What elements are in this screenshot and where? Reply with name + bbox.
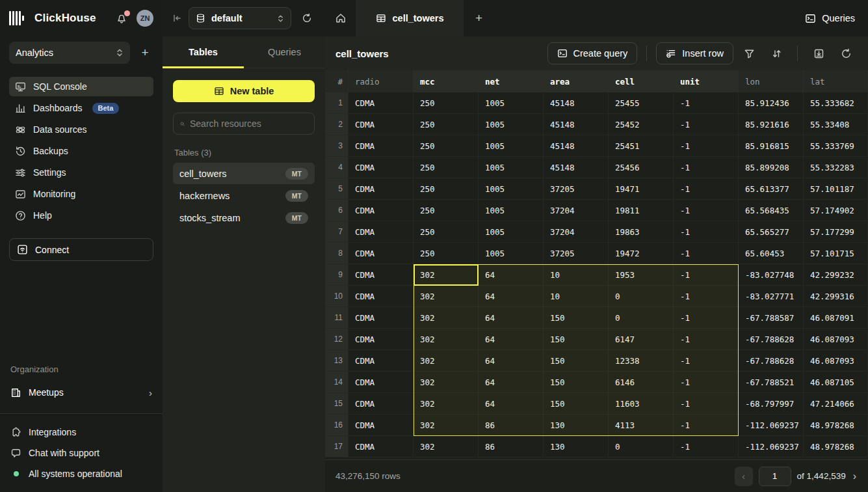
table-cell[interactable]: 85.921616 <box>739 114 804 135</box>
row-number[interactable]: 16 <box>325 415 349 435</box>
table-cell[interactable]: 55.332283 <box>804 157 868 178</box>
table-cell[interactable]: 1005 <box>479 243 544 264</box>
table-cell[interactable]: 302 <box>414 415 479 435</box>
table-cell[interactable]: 6147 <box>609 329 674 349</box>
refresh-tables-icon[interactable] <box>298 13 316 23</box>
table-cell[interactable]: 150 <box>544 372 609 392</box>
add-workspace-button[interactable]: + <box>137 44 153 61</box>
table-cell[interactable]: CDMA <box>349 329 414 349</box>
table-cell[interactable]: 55.333769 <box>804 135 868 156</box>
table-list-item[interactable]: cell_towersMT <box>173 163 315 184</box>
sidebar-item-help[interactable]: Help <box>9 206 153 225</box>
table-cell[interactable]: -1 <box>674 436 739 457</box>
table-cell[interactable]: 19863 <box>609 221 674 242</box>
table-cell[interactable]: 46.087091 <box>804 307 868 328</box>
table-cell[interactable]: -1 <box>674 221 739 242</box>
tab-cell-towers[interactable]: cell_towers <box>356 0 464 36</box>
new-table-button[interactable]: New table <box>173 80 315 102</box>
table-cell[interactable]: 46.087105 <box>804 372 868 392</box>
column-header[interactable]: radio <box>349 70 414 92</box>
table-cell[interactable]: 64 <box>479 372 544 392</box>
prev-page-button[interactable]: ‹ <box>735 467 753 486</box>
table-cell[interactable]: 11603 <box>609 393 674 414</box>
table-cell[interactable]: 130 <box>544 436 609 457</box>
table-cell[interactable]: 1005 <box>479 114 544 135</box>
table-cell[interactable]: 55.333682 <box>804 92 868 113</box>
table-cell[interactable]: CDMA <box>349 92 414 113</box>
row-number[interactable]: 1 <box>325 92 349 113</box>
tab-tables[interactable]: Tables <box>163 36 244 68</box>
table-cell[interactable]: 10 <box>544 264 609 285</box>
table-cell[interactable]: 302 <box>414 393 479 414</box>
row-number[interactable]: 10 <box>325 286 349 307</box>
row-number[interactable]: 6 <box>325 200 349 221</box>
table-cell[interactable]: 302 <box>414 372 479 392</box>
table-cell[interactable]: 37204 <box>544 221 609 242</box>
table-cell[interactable]: -83.027771 <box>739 286 804 307</box>
table-cell[interactable]: 48.978268 <box>804 436 868 457</box>
table-cell[interactable]: CDMA <box>349 135 414 156</box>
table-cell[interactable]: 42.299232 <box>804 264 868 285</box>
column-header[interactable]: lon <box>739 70 804 92</box>
table-cell[interactable]: -67.788628 <box>739 329 804 349</box>
row-number[interactable]: 2 <box>325 114 349 135</box>
notifications-bell-icon[interactable] <box>116 12 127 24</box>
table-cell[interactable]: 1005 <box>479 157 544 178</box>
table-cell[interactable]: 250 <box>414 221 479 242</box>
sidebar-item-backups[interactable]: Backups <box>9 141 153 161</box>
table-cell[interactable]: -1 <box>674 350 739 371</box>
connect-button[interactable]: Connect <box>9 238 153 261</box>
table-cell[interactable]: CDMA <box>349 114 414 135</box>
table-cell[interactable]: 302 <box>414 264 479 285</box>
table-cell[interactable]: -68.797997 <box>739 393 804 414</box>
table-cell[interactable]: CDMA <box>349 178 414 199</box>
table-cell[interactable]: 250 <box>414 114 479 135</box>
row-number[interactable]: 8 <box>325 243 349 264</box>
row-number[interactable]: 13 <box>325 350 349 371</box>
table-cell[interactable]: -1 <box>674 243 739 264</box>
column-header[interactable]: cell <box>609 70 674 92</box>
refresh-icon[interactable] <box>834 42 858 64</box>
table-cell[interactable]: 64 <box>479 329 544 349</box>
row-number[interactable]: 17 <box>325 436 349 457</box>
table-cell[interactable]: 150 <box>544 393 609 414</box>
table-cell[interactable]: 57.101187 <box>804 178 868 199</box>
table-cell[interactable]: 65.565277 <box>739 221 804 242</box>
table-cell[interactable]: -1 <box>674 286 739 307</box>
row-number[interactable]: 11 <box>325 307 349 328</box>
table-cell[interactable]: 85.912436 <box>739 92 804 113</box>
table-cell[interactable]: -1 <box>674 372 739 392</box>
table-cell[interactable]: 45148 <box>544 157 609 178</box>
table-cell[interactable]: 1953 <box>609 264 674 285</box>
table-cell[interactable]: -1 <box>674 393 739 414</box>
table-cell[interactable]: 85.916815 <box>739 135 804 156</box>
table-cell[interactable]: -1 <box>674 135 739 156</box>
table-cell[interactable]: 55.33408 <box>804 114 868 135</box>
table-cell[interactable]: 19811 <box>609 200 674 221</box>
page-input[interactable] <box>759 467 791 486</box>
table-cell[interactable]: 64 <box>479 286 544 307</box>
sidebar-item-integrations[interactable]: Integrations <box>10 423 152 441</box>
table-cell[interactable]: 42.299316 <box>804 286 868 307</box>
table-cell[interactable]: 12338 <box>609 350 674 371</box>
table-cell[interactable]: 10 <box>544 286 609 307</box>
table-cell[interactable]: CDMA <box>349 415 414 435</box>
table-cell[interactable]: 19471 <box>609 178 674 199</box>
table-cell[interactable]: CDMA <box>349 307 414 328</box>
table-cell[interactable]: 1005 <box>479 178 544 199</box>
table-cell[interactable]: -1 <box>674 178 739 199</box>
row-number[interactable]: 14 <box>325 372 349 392</box>
column-header[interactable]: area <box>544 70 609 92</box>
table-cell[interactable]: 6146 <box>609 372 674 392</box>
table-cell[interactable]: -1 <box>674 200 739 221</box>
table-cell[interactable]: 86 <box>479 415 544 435</box>
sidebar-item-data-sources[interactable]: Data sources <box>9 120 153 139</box>
table-cell[interactable]: 302 <box>414 286 479 307</box>
sidebar-item-settings[interactable]: Settings <box>9 163 153 182</box>
sort-icon[interactable] <box>765 42 788 64</box>
search-resources[interactable] <box>173 113 315 135</box>
sidebar-item-monitoring[interactable]: Monitoring <box>9 184 153 204</box>
table-cell[interactable]: 250 <box>414 243 479 264</box>
table-cell[interactable]: 46.087093 <box>804 350 868 371</box>
sidebar-item-sql-console[interactable]: SQL Console <box>9 77 153 96</box>
